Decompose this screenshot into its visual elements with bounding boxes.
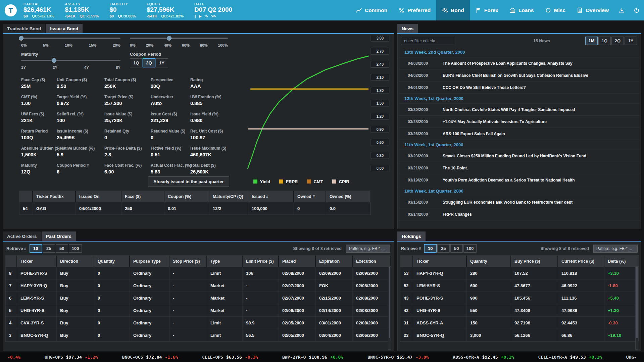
- nav-overview[interactable]: Overview: [571, 0, 614, 20]
- coupon-slider[interactable]: [130, 36, 228, 41]
- column-header[interactable]: Ticker Postfix: [33, 191, 76, 202]
- order-row[interactable]: 5UHG-4YR-SBuy0Ordinary-Market-02/06/2000…: [6, 304, 391, 317]
- order-row[interactable]: 3BNOC-5YR-QBuy0Ordinary-Limit56.502/05/2…: [6, 329, 391, 342]
- app-logo[interactable]: T: [5, 4, 17, 16]
- column-header[interactable]: [6, 256, 17, 267]
- ticker-item[interactable]: ADSS-8YR-A $92.45 +0.1%: [453, 355, 514, 360]
- ticker-item[interactable]: UHG-: [626, 355, 643, 360]
- retrieve-100-button[interactable]: 100: [69, 244, 82, 253]
- period-1y-button[interactable]: 1Y: [155, 58, 168, 67]
- slider-track[interactable]: [130, 38, 228, 39]
- column-header[interactable]: Type: [207, 256, 243, 267]
- holding-row[interactable]: 31 ADSS-8YR-A 150 92.7198 92.4453 -0.30: [400, 317, 638, 329]
- news-item[interactable]: 03/21/2000 The 10-Point.: [399, 162, 640, 174]
- issued-bond-row[interactable]: 54GAG04/01/20002500.0112/2100,00000.0: [19, 202, 370, 215]
- news-item[interactable]: 03/28/2000 +1.04% May Actually Motivate …: [399, 116, 640, 128]
- column-header[interactable]: Current Price ($): [558, 256, 604, 267]
- slider-handle[interactable]: [19, 36, 23, 41]
- ticker-item[interactable]: UHG-OPS $97.34 -1.2%: [45, 355, 98, 360]
- news-filter-input[interactable]: [401, 37, 454, 45]
- range-1q-button[interactable]: 1Q: [598, 37, 611, 45]
- playback-icon[interactable]: ⋙: [211, 14, 216, 18]
- news-item[interactable]: 04/01/2000 CCC OR Do We Still Believe Th…: [399, 82, 640, 94]
- column-header[interactable]: Owned #: [294, 191, 326, 202]
- column-header[interactable]: Issued #: [248, 191, 294, 202]
- scrollbar[interactable]: [635, 266, 638, 350]
- column-header[interactable]: Maturity/CP (Q): [209, 191, 248, 202]
- order-row[interactable]: 4CVX-3YR-SBuy0Ordinary-Limit98.902/05/20…: [6, 317, 391, 329]
- column-header[interactable]: Purpose Type: [130, 256, 169, 267]
- tab-tradeable-bond[interactable]: Tradeable Bond: [3, 24, 45, 33]
- column-header[interactable]: Execution: [353, 256, 391, 267]
- holding-row[interactable]: 52 LEM-5YR-S 600 47.8677 46.9922 -1.80: [400, 279, 638, 292]
- nav-preferred[interactable]: Preferred: [393, 0, 436, 20]
- scrollbar-thumb[interactable]: [389, 267, 390, 338]
- slider-handle[interactable]: [167, 36, 171, 41]
- ticker-item[interactable]: CELE-10YR-A $49.53 +0.1%: [538, 355, 602, 360]
- column-header[interactable]: Direction: [57, 256, 94, 267]
- nav-misc[interactable]: Misc: [540, 0, 571, 20]
- retrieve-100-button[interactable]: 100: [463, 244, 477, 253]
- range-2q-button[interactable]: 2Q: [611, 37, 624, 45]
- playback-icon[interactable]: ≫: [204, 14, 208, 18]
- scrollbar[interactable]: [388, 266, 391, 350]
- news-item[interactable]: 03/30/2000 North Cholera: Covfefe States…: [399, 104, 640, 116]
- scrollbar-thumb[interactable]: [636, 267, 638, 338]
- ticker-item[interactable]: -0.4%: [1, 355, 20, 360]
- column-header[interactable]: Ticker: [17, 256, 57, 267]
- tab-active-orders[interactable]: Active Orders: [3, 231, 41, 241]
- column-header[interactable]: Ticker: [413, 256, 467, 267]
- range-1m-button[interactable]: 1M: [585, 37, 598, 45]
- news-item[interactable]: 03/26/2000 ARS-100 Export Sales Fall Aga…: [399, 128, 640, 140]
- ticker-item[interactable]: BWP-2YR-Q $100.96 +0.0%: [282, 355, 343, 360]
- column-header[interactable]: Stop Price ($): [169, 256, 207, 267]
- tab-past-orders[interactable]: Past Orders: [42, 231, 76, 241]
- retrieve-50-button[interactable]: 50: [56, 244, 68, 253]
- period-2q-button[interactable]: 2Q: [143, 58, 155, 67]
- nav-loans[interactable]: Loans: [504, 0, 540, 20]
- news-item[interactable]: 04/03/2000 The Amount of Prospective Loa…: [399, 57, 640, 69]
- column-header[interactable]: Delta (%): [604, 256, 638, 267]
- column-header[interactable]: Owned (%): [326, 191, 370, 202]
- tab-issue-a-bond[interactable]: Issue a Bond: [46, 24, 83, 33]
- news-item[interactable]: 03/23/2000 Smack Closes $250 Million Fun…: [399, 150, 640, 162]
- slider-track[interactable]: [21, 60, 120, 61]
- download-button[interactable]: [614, 0, 629, 20]
- news-item[interactable]: 04/02/2000 EUR's Finance Chief Bullish o…: [399, 69, 640, 82]
- column-header[interactable]: Buy Price ($): [511, 256, 558, 267]
- tab-holdings[interactable]: Holdings: [397, 231, 426, 241]
- pattern-filter-input[interactable]: [346, 245, 390, 253]
- tab-news[interactable]: News: [397, 24, 418, 33]
- pattern-filter-input[interactable]: [593, 245, 638, 253]
- holding-row[interactable]: 53 HAPY-3YR-Q 280 107.52 110.818 +3.10: [400, 267, 638, 279]
- news-item[interactable]: 03/19/2000 Youth's Porn Addiction Deemed…: [399, 174, 640, 186]
- column-header[interactable]: Quantity: [467, 256, 511, 267]
- news-item[interactable]: 03/14/2000 FRPR Changes: [399, 208, 640, 220]
- retrieve-25-button[interactable]: 25: [43, 244, 55, 253]
- playback-icon[interactable]: ‖: [194, 14, 196, 18]
- nav-bond[interactable]: Bond: [436, 0, 470, 20]
- column-header[interactable]: Face ($): [121, 191, 164, 202]
- column-header[interactable]: Limit Price ($): [243, 256, 279, 267]
- ticker-item[interactable]: BNOC-OCS $72.04 -1.6%: [122, 355, 178, 360]
- order-row[interactable]: 6LEM-5YR-SBuy0Ordinary-Market-02/07/2000…: [6, 292, 391, 304]
- column-header[interactable]: Coupon (%): [164, 191, 209, 202]
- retrieve-25-button[interactable]: 25: [437, 244, 450, 253]
- column-header[interactable]: Issued On: [76, 191, 121, 202]
- maturity-slider[interactable]: [21, 58, 120, 63]
- period-1q-button[interactable]: 1Q: [130, 58, 143, 67]
- news-item[interactable]: 03/15/2000 Struggling EUR economies ask …: [399, 196, 640, 208]
- retrieve-50-button[interactable]: 50: [450, 244, 463, 253]
- power-button[interactable]: [629, 0, 644, 20]
- holding-row[interactable]: 42 UHG-4YR-S 550 47.3408 47.9686 +1.30: [400, 304, 638, 317]
- slider-track[interactable]: [21, 38, 120, 39]
- slider-handle[interactable]: [52, 58, 56, 63]
- column-header[interactable]: Expiration: [316, 256, 353, 267]
- nav-common[interactable]: Common: [350, 0, 393, 20]
- ticker-item[interactable]: BNOC-5YR-Q $65.47 -3.0%: [367, 355, 429, 360]
- order-row[interactable]: 7HAPY-3YR-QBuy0Ordinary-Market-02/07/200…: [6, 279, 391, 292]
- nav-forex[interactable]: Forex: [470, 0, 504, 20]
- retrieve-10-button[interactable]: 10: [30, 244, 42, 253]
- column-header[interactable]: [400, 256, 413, 267]
- ticker-item[interactable]: CELE-OPS $63.56 -0.3%: [202, 355, 258, 360]
